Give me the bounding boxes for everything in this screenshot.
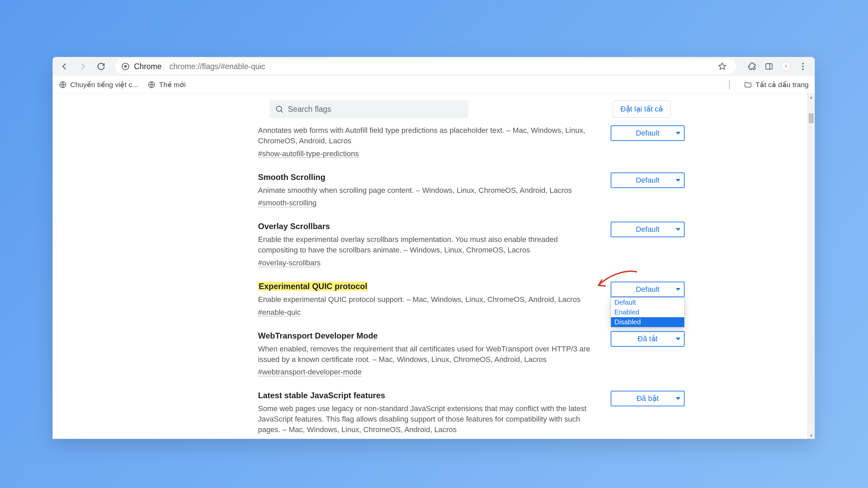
url-text: chrome://flags/#enable-quic [170,62,265,71]
flag-desc: Enable experimental QUIC protocol suppor… [258,294,597,305]
flag-select-value: Đã bật [636,394,659,403]
globe-icon [147,81,156,89]
scroll-up-icon[interactable]: ▴ [808,94,815,100]
star-icon[interactable] [714,59,730,74]
flag-select-autofill[interactable]: Default [611,125,685,141]
all-bookmarks-button[interactable]: Tất cả dấu trang [744,81,809,89]
flags-search-row: Search flags Đặt lại tất cả [53,99,807,119]
flag-anchor[interactable]: #show-autofill-type-predictions [258,149,359,158]
flag-title: Experimental QUIC protocol [258,282,368,291]
flag-desc: Annotates web forms with Autofill field … [258,125,597,146]
extensions-icon[interactable] [744,59,760,74]
scroll-down-icon[interactable]: ▾ [808,432,815,439]
flag-select-value: Default [636,225,659,234]
flag-select-options[interactable]: Default Enabled Disabled [611,297,685,327]
bookmarks-separator [729,80,730,89]
bookmark-label: Thẻ mới [159,81,186,89]
all-bookmarks-label: Tất cả dấu trang [755,81,809,89]
address-bar[interactable]: Chrome chrome://flags/#enable-quic [115,59,736,74]
vertical-scrollbar[interactable]: ▴ ▾ [807,94,815,439]
flag-title: WebTransport Developer Mode [258,331,597,341]
flag-select-webtransport[interactable]: Đã tắt [611,331,685,347]
flag-item-overlay-scrollbars: Overlay Scrollbars Enable the experiment… [258,222,685,267]
flag-anchor[interactable]: #disable-javascript-harmony-shipping [258,438,381,439]
flag-select-enable-quic[interactable]: Default [611,282,685,297]
flag-title: Overlay Scrollbars [258,222,597,231]
flag-select-value: Default [636,285,659,294]
menu-icon[interactable] [795,59,811,74]
forward-button[interactable] [75,59,91,74]
flag-desc: Animate smoothly when scrolling page con… [258,185,597,196]
flag-anchor[interactable]: #webtransport-developer-mode [258,368,362,376]
flag-anchor[interactable]: #overlay-scrollbars [258,259,321,267]
reset-all-button[interactable]: Đặt lại tất cả [613,101,671,118]
page-content: Search flags Đặt lại tất cả Annotates we… [53,94,815,439]
svg-point-5 [802,66,804,67]
flag-select-smooth-scrolling[interactable]: Default [611,172,685,188]
browser-window: Chrome chrome://flags/#enable-quic [53,57,815,439]
svg-point-1 [124,65,127,68]
bookmarks-bar: Chuyến tiếng việt c... Thẻ mới Tất cả dấ… [53,76,815,94]
flag-item-smooth-scrolling: Smooth Scrolling Animate smoothly when s… [258,172,685,208]
option-disabled[interactable]: Disabled [611,317,684,327]
bookmark-label: Chuyến tiếng việt c... [70,81,138,89]
svg-rect-2 [766,64,772,69]
reset-all-label: Đặt lại tất cả [620,105,663,114]
toolbar-right [744,59,811,74]
flag-title: Latest stable JavaScript features [258,391,597,400]
flag-item-js-harmony: Latest stable JavaScript features Some w… [258,391,685,439]
bookmark-item-1[interactable]: Chuyến tiếng việt c... [59,81,138,89]
svg-point-4 [802,63,804,65]
flag-item-enable-quic: Experimental QUIC protocol Enable experi… [258,282,685,317]
flag-title: Smooth Scrolling [258,172,597,182]
search-icon [275,105,284,114]
flag-select-js-harmony[interactable]: Đã bật [611,391,685,406]
option-enabled[interactable]: Enabled [611,307,684,317]
folder-icon [744,81,752,89]
flag-desc: Enable the experimental overlay scrollba… [258,235,597,256]
back-button[interactable] [57,59,72,74]
flag-select-value: Default [636,176,659,185]
flag-item-autofill-predictions: Annotates web forms with Autofill field … [258,125,685,158]
flag-item-webtransport-dev: WebTransport Developer Mode When enabled… [258,331,685,377]
flags-list: Annotates web forms with Autofill field … [258,127,685,439]
profile-icon[interactable] [778,59,794,74]
url-chip: Chrome [134,62,164,71]
option-default[interactable]: Default [611,298,684,307]
site-icon [121,62,130,71]
side-panel-icon[interactable] [761,59,777,74]
search-flags-input[interactable]: Search flags [270,100,468,118]
svg-point-6 [802,68,804,70]
flag-desc: Some web pages use legacy or non-standar… [258,404,597,435]
flag-select-value: Đã tắt [637,334,657,343]
reload-button[interactable] [93,59,109,74]
globe-icon [59,81,67,89]
search-placeholder: Search flags [288,105,331,114]
flag-select-wrapper: Default Default Enabled Disabled [611,282,685,297]
toolbar: Chrome chrome://flags/#enable-quic [53,57,815,76]
scroll-thumb[interactable] [809,113,814,123]
flag-anchor[interactable]: #enable-quic [258,308,301,317]
svg-point-9 [276,106,281,111]
flag-select-overlay-scrollbars[interactable]: Default [611,222,685,237]
bookmark-item-2[interactable]: Thẻ mới [147,81,186,89]
flag-anchor[interactable]: #smooth-scrolling [258,199,316,207]
flag-select-value: Default [636,129,659,138]
flag-desc: When enabled, removes the requirement th… [258,344,597,365]
